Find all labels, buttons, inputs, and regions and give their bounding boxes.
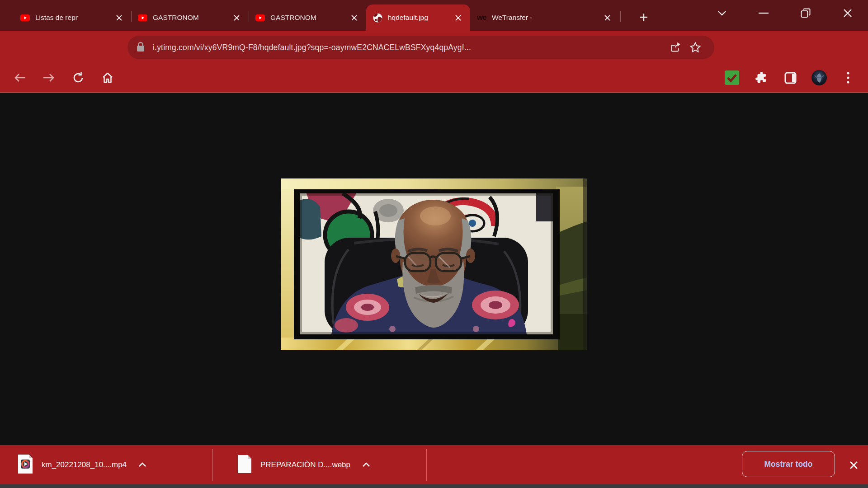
forward-button[interactable] (38, 67, 60, 89)
downloads-divider (426, 449, 427, 481)
lock-icon[interactable] (137, 42, 145, 54)
back-button[interactable] (9, 67, 31, 89)
extension-check-icon[interactable] (722, 67, 742, 88)
downloads-bar: km_20221208_10....mp4 PREPARACIÒN D....w… (0, 445, 868, 484)
side-panel-icon[interactable] (780, 67, 801, 88)
tab-close-icon[interactable] (348, 12, 360, 23)
youtube-favicon-icon (137, 13, 147, 23)
download-filename[interactable]: km_20221208_10....mp4 (42, 460, 127, 469)
wetransfer-favicon-icon: we (476, 13, 486, 23)
window-bottom-edge (0, 484, 868, 488)
downloads-bar-close-icon[interactable] (844, 456, 863, 474)
share-icon[interactable] (665, 38, 685, 57)
tab-title: GASTRONOM (153, 14, 229, 22)
menu-kebab-icon[interactable] (838, 67, 859, 88)
url-text[interactable]: i.ytimg.com/vi/xy6VR9mQ-F8/hqdefault.jpg… (153, 43, 665, 52)
tab-gastronomia-2[interactable]: GASTRONOM (249, 5, 366, 31)
download-filename[interactable]: PREPARACIÒN D....webp (260, 460, 350, 469)
new-tab-button[interactable] (634, 7, 654, 27)
tab-close-icon[interactable] (601, 12, 613, 23)
tab-close-icon[interactable] (452, 12, 464, 23)
tab-title: GASTRONOM (270, 14, 346, 22)
tab-separator (620, 11, 621, 22)
tab-close-icon[interactable] (231, 12, 242, 23)
youtube-favicon-icon (20, 13, 30, 23)
youtube-favicon-icon (255, 13, 265, 23)
window-restore-button[interactable] (792, 0, 820, 26)
show-all-label: Mostrar todo (764, 460, 813, 469)
browser-toolbar: i.ytimg.com/vi/xy6VR9mQ-F8/hqdefault.jpg… (0, 31, 868, 93)
reload-button[interactable] (67, 67, 89, 89)
tab-title: hqdefault.jpg (388, 14, 450, 22)
video-file-icon (17, 454, 33, 476)
bookmark-star-icon[interactable] (685, 38, 705, 57)
page-content (0, 93, 868, 445)
tab-title: WeTransfer - (492, 14, 599, 22)
home-button[interactable] (97, 67, 118, 89)
address-bar[interactable]: i.ytimg.com/vi/xy6VR9mQ-F8/hqdefault.jpg… (127, 36, 714, 59)
tab-close-icon[interactable] (113, 12, 125, 23)
downloads-divider (212, 449, 213, 481)
chevron-up-icon[interactable] (138, 461, 146, 469)
download-item-webp[interactable]: PREPARACIÒN D....webp (237, 445, 370, 484)
image-file-icon (237, 454, 252, 476)
tab-bar: Listas de repr GASTRONOM GASTRONOM (0, 0, 868, 31)
tab-hqdefault-active[interactable]: hqdefault.jpg (366, 5, 470, 31)
window-close-button[interactable] (834, 0, 862, 26)
window-minimize-button[interactable] (750, 0, 778, 26)
tab-search-chevron-icon[interactable] (708, 0, 736, 26)
extensions-puzzle-icon[interactable] (751, 67, 772, 88)
globe-favicon-icon (373, 13, 382, 23)
show-all-downloads-button[interactable]: Mostrar todo (742, 451, 835, 477)
chevron-up-icon[interactable] (362, 461, 370, 469)
download-item-mp4[interactable]: km_20221208_10....mp4 (17, 445, 146, 484)
profile-avatar[interactable] (809, 67, 830, 88)
tab-gastronomia-1[interactable]: GASTRONOM (131, 5, 249, 31)
thumbnail-image[interactable] (281, 178, 587, 350)
tab-wetransfer[interactable]: we WeTransfer - (470, 5, 619, 31)
tab-title: Listas de repr (35, 14, 111, 22)
tab-listas-de-reproduccion[interactable]: Listas de repr (14, 5, 131, 31)
